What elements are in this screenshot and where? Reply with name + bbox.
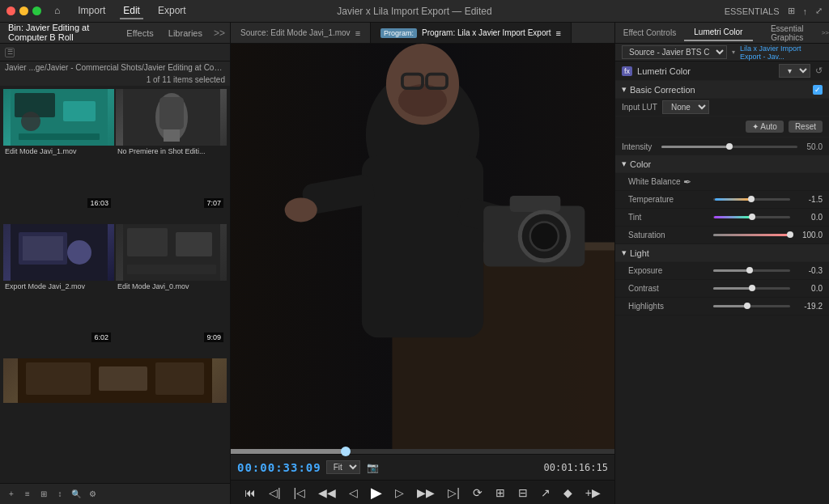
tint-slider[interactable]	[713, 216, 790, 218]
program-menu-icon[interactable]: ≡	[556, 28, 561, 38]
grid-view-icon[interactable]: ⊞	[37, 488, 50, 501]
list-icon[interactable]: ☰	[5, 48, 15, 57]
svg-point-34	[285, 197, 317, 222]
svg-rect-4	[19, 133, 100, 140]
right-panel-menu-icon[interactable]: >>	[822, 29, 829, 36]
list-view-icon[interactable]: ≡	[21, 488, 34, 501]
program-timecode: 00:00:33:09	[237, 461, 321, 474]
minimize-button[interactable]	[19, 6, 28, 15]
tab-lumetri-color[interactable]: Lumetri Color	[684, 24, 753, 41]
scrubber-bar[interactable]	[231, 449, 614, 454]
source-program-header: Source: Edit Mode Javi_1.mov ≡ Program: …	[231, 23, 614, 44]
contrast-value: 0.0	[798, 284, 823, 293]
program-tab[interactable]: Program: Program: Lila x Javier Import E…	[371, 23, 572, 43]
preview-controls: 00:00:33:09 Fit 📷 00:01:16:15	[231, 454, 614, 480]
source-select[interactable]: Source - Javier BTS Coffee Shoot...	[622, 45, 727, 59]
auto-icon: ✦	[752, 122, 759, 131]
scrubber-fill	[231, 449, 346, 454]
left-panel-tabs: Bin: Javier Editing at Computer B Roll E…	[0, 23, 230, 44]
step-frame-back-icon[interactable]: ◁	[346, 485, 361, 501]
main-layout: Bin: Javier Editing at Computer B Roll E…	[0, 23, 829, 504]
auto-button[interactable]: ✦ Auto	[746, 121, 784, 133]
workspace-icon[interactable]: ⊞	[788, 6, 795, 16]
temperature-slider[interactable]	[713, 198, 790, 201]
reset-button[interactable]: Reset	[789, 121, 823, 133]
intensity-slider[interactable]	[661, 146, 797, 148]
eyedropper-icon[interactable]: ✒	[683, 176, 691, 188]
insert-icon[interactable]: ⊞	[492, 485, 508, 501]
menu-export[interactable]: Export	[155, 3, 189, 19]
white-balance-row: White Balance ✒	[615, 173, 829, 191]
new-bin-icon[interactable]: +	[5, 488, 18, 501]
step-back-icon[interactable]: ◁|	[266, 485, 284, 501]
lift-icon[interactable]: ⊟	[515, 485, 531, 501]
temperature-label: Temperature	[628, 195, 705, 204]
close-button[interactable]	[6, 6, 15, 15]
media-item-2[interactable]: 7:07 No Premiere in Shot Editi...	[116, 89, 227, 222]
contrast-head	[749, 285, 755, 291]
input-lut-select[interactable]: None	[662, 100, 709, 114]
source-tab[interactable]: Source: Edit Mode Javi_1.mov ≡	[231, 23, 371, 43]
media-thumb-3	[3, 224, 114, 281]
color-section-header[interactable]: ▾ Color	[615, 155, 829, 173]
shuttle-back-icon[interactable]: ◀◀	[315, 485, 339, 501]
export-frame-icon[interactable]: ↗	[538, 485, 554, 501]
svg-point-3	[21, 112, 40, 131]
fit-select[interactable]: Fit	[326, 460, 360, 474]
temperature-value: -1.5	[798, 195, 823, 204]
chevron-down-icon[interactable]: ▾	[732, 49, 735, 56]
basic-correction-label: Basic Correction	[630, 85, 695, 95]
fx-preset-select[interactable]: ▾	[779, 64, 810, 78]
camera-icon[interactable]: 📷	[365, 460, 380, 475]
exposure-label: Exposure	[628, 266, 705, 275]
go-to-in-icon[interactable]: ⏮	[241, 485, 259, 501]
play-button[interactable]: ▶	[368, 482, 385, 503]
highlights-slider[interactable]	[713, 305, 790, 307]
basic-correction-header[interactable]: ▾ Basic Correction ✓	[615, 81, 829, 99]
menu-home[interactable]: ⌂	[51, 3, 63, 19]
menu-import[interactable]: Import	[74, 3, 108, 19]
white-balance-label: White Balance	[628, 177, 680, 186]
video-frame	[231, 44, 614, 449]
panel-menu-icon[interactable]: >>	[214, 28, 225, 39]
reset-fx-icon[interactable]: ↺	[815, 66, 823, 76]
exposure-slider[interactable]	[713, 269, 790, 272]
go-to-out-icon[interactable]: |◁	[291, 485, 309, 501]
basic-correction-enable[interactable]: ✓	[813, 85, 823, 95]
scrubber-head[interactable]	[341, 447, 351, 456]
light-collapse-icon: ▾	[622, 248, 627, 258]
media-thumb-1	[3, 89, 114, 146]
step-frame-fwd-icon[interactable]: ▷	[392, 485, 407, 501]
search-icon[interactable]: 🔍	[70, 488, 83, 501]
media-item-4[interactable]: 9:09 Edit Mode Javi_0.mov	[116, 224, 227, 358]
go-to-in-fwd-icon[interactable]: ▷|	[444, 485, 463, 501]
media-item-3[interactable]: 6:02 Export Mode Javi_2.mov	[3, 224, 114, 358]
media-item-1[interactable]: 16:03 Edit Mode Javi_1.mov	[3, 89, 114, 222]
settings2-icon[interactable]: +▶	[582, 485, 604, 501]
maximize-button[interactable]	[32, 6, 41, 15]
tab-bin[interactable]: Bin: Javier Editing at Computer B Roll	[5, 21, 115, 45]
bin-breadcrumb: Javier ...ge/Javier - Commercial Shots/J…	[0, 61, 230, 74]
sort-icon[interactable]: ↕	[53, 488, 66, 501]
tint-row: Tint 0.0	[615, 209, 829, 227]
media-item-5[interactable]	[3, 358, 227, 480]
auto-label: Auto	[760, 122, 777, 131]
share-icon[interactable]: ↑	[803, 6, 808, 16]
menu-edit[interactable]: Edit	[120, 3, 143, 19]
light-section-header[interactable]: ▾ Light	[615, 244, 829, 262]
contrast-slider[interactable]	[713, 287, 790, 290]
fullscreen-icon[interactable]: ⤢	[815, 6, 823, 16]
add-marker-icon[interactable]: ◆	[560, 485, 576, 501]
exposure-value: -0.3	[798, 266, 823, 275]
tab-essential-graphics[interactable]: Essential Graphics	[753, 21, 822, 45]
tab-libraries[interactable]: Libraries	[165, 27, 206, 40]
shuttle-fwd-icon[interactable]: ▶▶	[414, 485, 438, 501]
loop-icon[interactable]: ⟳	[470, 485, 486, 501]
intensity-row: Intensity 50.0	[615, 138, 829, 155]
source-menu-icon[interactable]: ≡	[355, 28, 360, 38]
tab-effect-controls[interactable]: Effect Controls	[615, 25, 684, 40]
media-label-4: Edit Mode Javi_0.mov	[116, 281, 227, 295]
tab-effects[interactable]: Effects	[123, 27, 156, 40]
saturation-slider[interactable]	[713, 234, 790, 236]
settings-icon[interactable]: ⚙	[86, 488, 99, 501]
